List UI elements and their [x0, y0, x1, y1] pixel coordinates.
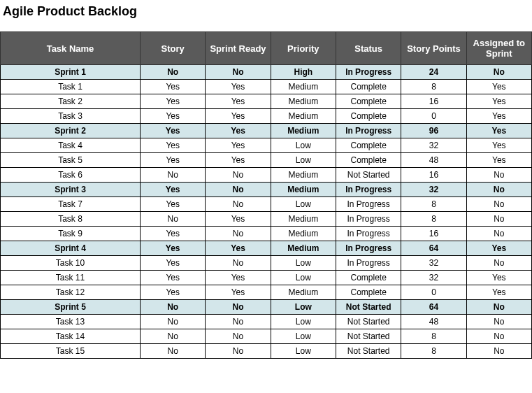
cell-ready: No	[206, 65, 271, 80]
cell-assigned: No	[466, 300, 531, 315]
table-row: Task 9YesNoMediumIn Progress16No	[1, 227, 532, 241]
cell-name: Task 4	[1, 138, 141, 153]
backlog-table: Task Name Story Sprint Ready Priority St…	[0, 31, 532, 359]
cell-priority: Medium	[271, 80, 336, 94]
cell-priority: Low	[271, 197, 336, 212]
cell-priority: Medium	[271, 227, 336, 241]
cell-assigned: No	[466, 256, 531, 271]
cell-status: In Progress	[336, 241, 401, 256]
cell-status: Complete	[336, 94, 401, 109]
cell-story: No	[141, 212, 206, 227]
table-row: Task 4YesYesLowComplete32Yes	[1, 138, 532, 153]
cell-ready: Yes	[206, 241, 271, 256]
cell-priority: Medium	[271, 94, 336, 109]
cell-assigned: No	[466, 344, 531, 359]
cell-story: Yes	[141, 271, 206, 285]
cell-points: 48	[401, 315, 466, 329]
col-assigned: Assigned to Sprint	[466, 32, 531, 65]
cell-ready: Yes	[206, 124, 271, 138]
col-status: Status	[336, 32, 401, 65]
cell-name: Sprint 3	[1, 183, 141, 197]
cell-story: No	[141, 329, 206, 344]
cell-story: Yes	[141, 285, 206, 300]
table-row: Task 14NoNoLowNot Started8No	[1, 329, 532, 344]
cell-ready: No	[206, 168, 271, 183]
cell-points: 8	[401, 212, 466, 227]
cell-ready: Yes	[206, 212, 271, 227]
cell-ready: Yes	[206, 285, 271, 300]
cell-name: Sprint 5	[1, 300, 141, 315]
cell-assigned: No	[466, 197, 531, 212]
cell-name: Sprint 1	[1, 65, 141, 80]
cell-status: Not Started	[336, 168, 401, 183]
cell-status: Not Started	[336, 300, 401, 315]
cell-status: Complete	[336, 271, 401, 285]
cell-ready: No	[206, 227, 271, 241]
cell-ready: Yes	[206, 80, 271, 94]
cell-story: Yes	[141, 153, 206, 168]
cell-story: Yes	[141, 241, 206, 256]
cell-ready: Yes	[206, 94, 271, 109]
cell-points: 32	[401, 256, 466, 271]
cell-status: In Progress	[336, 227, 401, 241]
cell-assigned: Yes	[466, 94, 531, 109]
cell-status: Complete	[336, 109, 401, 124]
table-row: Task 11YesYesLowComplete32Yes	[1, 271, 532, 285]
cell-assigned: No	[466, 212, 531, 227]
page-title: Agile Product Backlog	[0, 0, 532, 31]
cell-priority: Low	[271, 138, 336, 153]
table-row: Task 7YesNoLowIn Progress8No	[1, 197, 532, 212]
cell-points: 0	[401, 285, 466, 300]
cell-assigned: No	[466, 168, 531, 183]
cell-story: Yes	[141, 94, 206, 109]
cell-points: 32	[401, 183, 466, 197]
cell-name: Task 13	[1, 315, 141, 329]
sprint-row: Sprint 1NoNoHighIn Progress24No	[1, 65, 532, 80]
cell-points: 16	[401, 227, 466, 241]
cell-ready: Yes	[206, 109, 271, 124]
table-row: Task 12YesYesMediumComplete0Yes	[1, 285, 532, 300]
cell-ready: No	[206, 344, 271, 359]
col-sprint-ready: Sprint Ready	[206, 32, 271, 65]
cell-priority: Low	[271, 344, 336, 359]
table-row: Task 6NoNoMediumNot Started16No	[1, 168, 532, 183]
cell-name: Task 5	[1, 153, 141, 168]
cell-assigned: Yes	[466, 109, 531, 124]
col-story-points: Story Points	[401, 32, 466, 65]
cell-ready: No	[206, 197, 271, 212]
cell-story: Yes	[141, 183, 206, 197]
cell-status: Not Started	[336, 329, 401, 344]
sprint-row: Sprint 3YesNoMediumIn Progress32No	[1, 183, 532, 197]
header-row: Task Name Story Sprint Ready Priority St…	[1, 32, 532, 65]
table-row: Task 1YesYesMediumComplete8Yes	[1, 80, 532, 94]
cell-points: 0	[401, 109, 466, 124]
cell-name: Sprint 2	[1, 124, 141, 138]
cell-name: Task 1	[1, 80, 141, 94]
cell-assigned: Yes	[466, 153, 531, 168]
cell-points: 8	[401, 197, 466, 212]
cell-points: 48	[401, 153, 466, 168]
cell-points: 16	[401, 94, 466, 109]
cell-story: Yes	[141, 124, 206, 138]
cell-points: 64	[401, 300, 466, 315]
cell-status: Complete	[336, 138, 401, 153]
cell-story: Yes	[141, 256, 206, 271]
cell-assigned: No	[466, 329, 531, 344]
cell-story: No	[141, 344, 206, 359]
cell-points: 16	[401, 168, 466, 183]
table-row: Task 10YesNoLowIn Progress32No	[1, 256, 532, 271]
cell-story: No	[141, 300, 206, 315]
cell-priority: High	[271, 65, 336, 80]
cell-ready: Yes	[206, 153, 271, 168]
cell-points: 96	[401, 124, 466, 138]
cell-name: Sprint 4	[1, 241, 141, 256]
table-row: Task 5YesYesLowComplete48Yes	[1, 153, 532, 168]
table-row: Task 8NoYesMediumIn Progress8No	[1, 212, 532, 227]
cell-ready: No	[206, 183, 271, 197]
cell-name: Task 9	[1, 227, 141, 241]
cell-story: No	[141, 65, 206, 80]
cell-status: Complete	[336, 80, 401, 94]
cell-status: Complete	[336, 285, 401, 300]
cell-ready: No	[206, 300, 271, 315]
cell-story: Yes	[141, 138, 206, 153]
